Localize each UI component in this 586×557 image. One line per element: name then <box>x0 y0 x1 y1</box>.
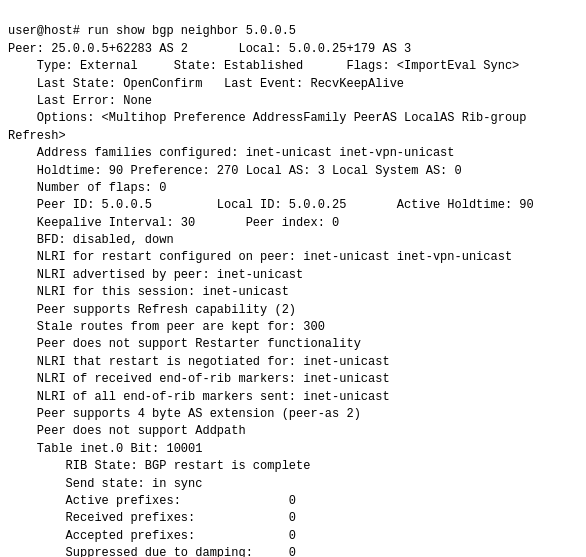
terminal-line: Table inet.0 Bit: 10001 <box>8 441 578 458</box>
terminal-line: Peer does not support Restarter function… <box>8 336 578 353</box>
terminal-line: Options: <Multihop Preference AddressFam… <box>8 110 578 127</box>
terminal-line: Received prefixes: 0 <box>8 510 578 527</box>
terminal-line: Type: External State: Established Flags:… <box>8 58 578 75</box>
terminal-line: Address families configured: inet-unicas… <box>8 145 578 162</box>
terminal-output: user@host# run show bgp neighbor 5.0.0.5… <box>8 6 578 557</box>
terminal-line: RIB State: BGP restart is complete <box>8 458 578 475</box>
terminal-line: Active prefixes: 0 <box>8 493 578 510</box>
terminal-line: NLRI for restart configured on peer: ine… <box>8 249 578 266</box>
terminal-line: NLRI advertised by peer: inet-unicast <box>8 267 578 284</box>
terminal-line: Stale routes from peer are kept for: 300 <box>8 319 578 336</box>
terminal-line: Accepted prefixes: 0 <box>8 528 578 545</box>
terminal-line: NLRI of received end-of-rib markers: ine… <box>8 371 578 388</box>
terminal-line: Number of flaps: 0 <box>8 180 578 197</box>
terminal-line: Last State: OpenConfirm Last Event: Recv… <box>8 76 578 93</box>
terminal-line: Peer: 25.0.0.5+62283 AS 2 Local: 5.0.0.2… <box>8 41 578 58</box>
terminal-line: NLRI that restart is negotiated for: ine… <box>8 354 578 371</box>
terminal-line: Peer supports Refresh capability (2) <box>8 302 578 319</box>
terminal-line: Suppressed due to damping: 0 <box>8 545 578 557</box>
terminal-line: Keepalive Interval: 30 Peer index: 0 <box>8 215 578 232</box>
terminal-line: NLRI of all end-of-rib markers sent: ine… <box>8 389 578 406</box>
terminal-line: Peer does not support Addpath <box>8 423 578 440</box>
terminal-line: Last Error: None <box>8 93 578 110</box>
terminal-line: Peer ID: 5.0.0.5 Local ID: 5.0.0.25 Acti… <box>8 197 578 214</box>
terminal-line: BFD: disabled, down <box>8 232 578 249</box>
terminal-line: Send state: in sync <box>8 476 578 493</box>
terminal-line: Holdtime: 90 Preference: 270 Local AS: 3… <box>8 163 578 180</box>
terminal-line: NLRI for this session: inet-unicast <box>8 284 578 301</box>
terminal-line: user@host# run show bgp neighbor 5.0.0.5 <box>8 23 578 40</box>
terminal-line: Refresh> <box>8 128 578 145</box>
terminal-line: Peer supports 4 byte AS extension (peer-… <box>8 406 578 423</box>
